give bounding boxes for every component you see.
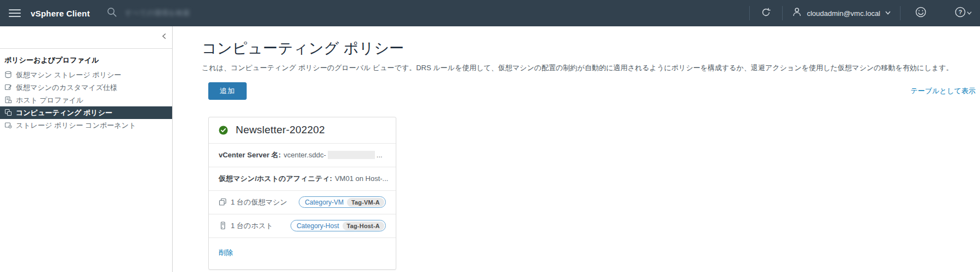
vm-count-row: 1 台の仮想マシン Category-VM Tag-VM-A (209, 190, 396, 214)
vm-tag-name: Tag-VM-A (347, 198, 384, 207)
sidebar-item-label: ストレージ ポリシー コンポーネント (16, 121, 136, 131)
policy-name: Newsletter-202202 (236, 124, 325, 136)
host-profile-icon (4, 96, 13, 104)
card-header: Newsletter-202202 (209, 117, 396, 143)
sidebar-item-vm-storage-policies[interactable]: 仮想マシン ストレージ ポリシー (0, 69, 172, 81)
vm-storage-policy-icon (4, 71, 13, 79)
help-icon: ? (954, 6, 966, 20)
vm-tag-pill[interactable]: Category-VM Tag-VM-A (299, 196, 386, 208)
chevron-down-icon (885, 8, 891, 18)
vm-tag-category: Category-VM (305, 199, 344, 206)
refresh-button[interactable] (750, 0, 782, 26)
host-count-label: 1 台のホスト (231, 221, 273, 231)
help-menu[interactable]: ? (941, 0, 980, 26)
sidebar-item-label: 仮想マシンのカスタマイズ仕様 (16, 83, 117, 93)
sidebar-top-strip (0, 26, 172, 49)
vcenter-server-label: vCenter Server 名: (219, 150, 281, 160)
redacted-value (328, 151, 375, 159)
affinity-label: 仮想マシン/ホストのアフィニティ: (219, 174, 332, 184)
search-placeholder-redacted: すべての環境を検索 (125, 8, 190, 18)
vm-count-label: 1 台の仮想マシン (231, 197, 287, 207)
sidebar-item-label: コンピューティング ポリシー (16, 108, 112, 118)
add-button[interactable]: 追加 (208, 82, 247, 100)
ellipsis: ... (377, 151, 383, 159)
sidebar-item-vm-customization-specs[interactable]: 仮想マシンのカスタマイズ仕様 (0, 81, 172, 94)
host-tag-category: Category-Host (297, 222, 339, 230)
main-content: コンピューティング ポリシー これは、コンピューティング ポリシーのグローバル … (173, 26, 980, 272)
compute-policy-card: Newsletter-202202 vCenter Server 名: vcen… (208, 117, 396, 270)
global-search-input[interactable]: すべての環境を検索 (106, 7, 190, 20)
delete-policy-link[interactable]: 削除 (219, 248, 233, 257)
sidebar: ポリシーおよびプロファイル 仮想マシン ストレージ ポリシー 仮想マシンのカスタ… (0, 26, 173, 272)
green-check-circle-icon (219, 126, 228, 135)
sidebar-item-host-profiles[interactable]: ホスト プロファイル (0, 94, 172, 106)
page-description: これは、コンピューティング ポリシーのグローバル ビューです。DRS ルールを使… (202, 63, 976, 73)
hamburger-menu-icon[interactable] (9, 7, 21, 19)
host-tag-name: Tag-Host-A (343, 222, 384, 230)
collapse-sidebar-icon[interactable] (160, 32, 169, 41)
vm-icon (219, 198, 227, 206)
host-icon (219, 222, 227, 230)
vm-customization-spec-icon (4, 83, 13, 92)
vcenter-server-value: vcenter.sddc- (283, 151, 326, 159)
sidebar-item-compute-policies[interactable]: コンピューティング ポリシー (0, 106, 172, 119)
user-menu[interactable]: cloudadmin@vmc.local (783, 0, 900, 26)
smiley-icon (915, 6, 927, 20)
card-footer: 削除 (209, 237, 396, 269)
topbar: vSphere Client すべての環境を検索 cloudadmin@vmc.… (0, 0, 980, 26)
svg-text:?: ? (959, 9, 962, 15)
sidebar-item-label: 仮想マシン ストレージ ポリシー (16, 70, 121, 80)
host-tag-pill[interactable]: Category-Host Tag-Host-A (290, 220, 386, 231)
sidebar-item-storage-policy-components[interactable]: ストレージ ポリシー コンポーネント (0, 119, 172, 132)
product-title: vSphere Client (31, 9, 90, 18)
compute-policy-icon (4, 109, 13, 117)
storage-policy-component-icon (4, 121, 13, 129)
sidebar-section-header: ポリシーおよびプロファイル (0, 49, 172, 69)
user-icon (791, 7, 802, 20)
refresh-icon (761, 7, 771, 20)
actions-row: 追加 テーブルとして表示 (202, 82, 976, 100)
host-count-row: 1 台のホスト Category-Host Tag-Host-A (209, 214, 396, 237)
sidebar-item-label: ホスト プロファイル (16, 95, 83, 105)
affinity-row: 仮想マシン/ホストのアフィニティ: VM01 on Host-... (209, 167, 396, 190)
feedback-button[interactable] (901, 0, 941, 26)
affinity-value: VM01 on Host-... (335, 174, 389, 183)
view-as-table-link[interactable]: テーブルとして表示 (910, 86, 976, 96)
page-title: コンピューティング ポリシー (202, 38, 976, 58)
search-icon (106, 7, 117, 20)
user-name: cloudadmin@vmc.local (807, 9, 880, 18)
vcenter-server-row: vCenter Server 名: vcenter.sddc- ... (209, 143, 396, 167)
chevron-down-icon (966, 8, 972, 18)
